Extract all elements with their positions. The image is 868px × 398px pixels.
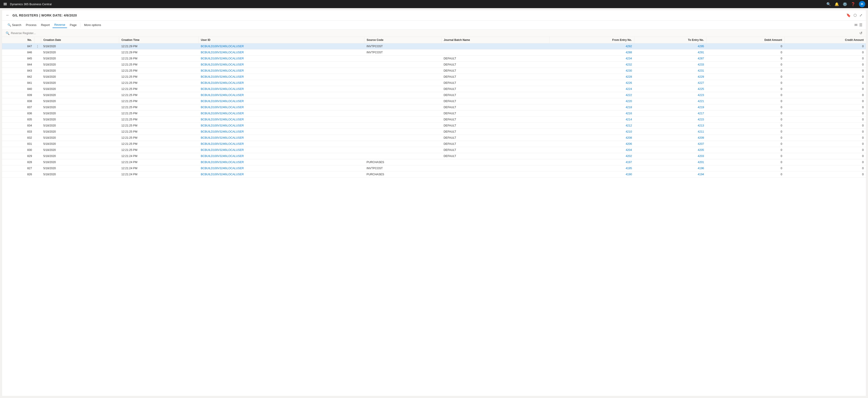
table-row[interactable]: 8295/18/202012:21:24 PMBCBUILD100V3246\L…: [2, 153, 866, 159]
cell-user-id[interactable]: BCBUILD100V3246\LOCALUSER: [198, 159, 364, 165]
to-entry-link[interactable]: 4203: [698, 155, 704, 158]
user-id-link[interactable]: BCBUILD100V3246\LOCALUSER: [201, 69, 244, 72]
to-entry-link[interactable]: 4233: [698, 63, 704, 66]
user-id-link[interactable]: BCBUILD100V3246\LOCALUSER: [201, 161, 244, 164]
from-entry-link[interactable]: 4234: [626, 57, 632, 60]
from-entry-link[interactable]: 4224: [626, 88, 632, 91]
cell-row-menu[interactable]: [34, 92, 41, 98]
filter-icon[interactable]: ✉: [855, 23, 857, 27]
cell-from-entry[interactable]: 4222: [549, 92, 634, 98]
table-row[interactable]: 8355/18/202012:21:25 PMBCBUILD100V3246\L…: [2, 117, 866, 123]
from-entry-link[interactable]: 4204: [626, 148, 632, 152]
cell-row-menu[interactable]: [34, 117, 41, 123]
cell-to-entry[interactable]: 4291: [634, 49, 706, 56]
cell-from-entry[interactable]: 4292: [549, 43, 634, 49]
cell-to-entry[interactable]: 4201: [634, 159, 706, 165]
from-entry-link[interactable]: 4190: [626, 173, 632, 176]
cell-row-menu[interactable]: [34, 135, 41, 141]
col-header-creation-date[interactable]: Creation Date: [41, 37, 119, 43]
user-id-link[interactable]: BCBUILD100V3246\LOCALUSER: [201, 112, 244, 115]
table-row[interactable]: 8265/18/202012:21:24 PMBCBUILD100V3246\L…: [2, 171, 866, 177]
table-row[interactable]: 8335/18/202012:21:25 PMBCBUILD100V3246\L…: [2, 129, 866, 135]
cell-row-menu[interactable]: [34, 129, 41, 135]
table-row[interactable]: 847⋮5/18/202012:21:29 PMBCBUILD100V3246\…: [2, 43, 866, 49]
table-row[interactable]: 8395/18/202012:21:25 PMBCBUILD100V3246\L…: [2, 92, 866, 98]
table-row[interactable]: 8385/18/202012:21:25 PMBCBUILD100V3246\L…: [2, 98, 866, 104]
cell-from-entry[interactable]: 4232: [549, 62, 634, 68]
user-id-link[interactable]: BCBUILD100V3246\LOCALUSER: [201, 130, 244, 133]
cell-from-entry[interactable]: 4190: [549, 171, 634, 177]
cell-row-menu[interactable]: [34, 68, 41, 74]
cell-user-id[interactable]: BCBUILD100V3246\LOCALUSER: [198, 49, 364, 56]
to-entry-link[interactable]: 4287: [698, 57, 704, 60]
cell-row-menu[interactable]: [34, 86, 41, 92]
bookmark-icon[interactable]: 🔖: [846, 13, 851, 18]
to-entry-link[interactable]: 4227: [698, 81, 704, 85]
cell-user-id[interactable]: BCBUILD100V3246\LOCALUSER: [198, 123, 364, 129]
cell-user-id[interactable]: BCBUILD100V3246\LOCALUSER: [198, 129, 364, 135]
user-id-link[interactable]: BCBUILD100V3246\LOCALUSER: [201, 94, 244, 97]
cell-from-entry[interactable]: 4230: [549, 68, 634, 74]
cell-from-entry[interactable]: 4224: [549, 86, 634, 92]
cell-user-id[interactable]: BCBUILD100V3246\LOCALUSER: [198, 135, 364, 141]
cell-user-id[interactable]: BCBUILD100V3246\LOCALUSER: [198, 74, 364, 80]
table-row[interactable]: 8315/18/202012:21:25 PMBCBUILD100V3246\L…: [2, 141, 866, 147]
row-context-menu-button[interactable]: ⋮: [35, 44, 40, 48]
cell-user-id[interactable]: BCBUILD100V3246\LOCALUSER: [198, 56, 364, 62]
cell-user-id[interactable]: BCBUILD100V3246\LOCALUSER: [198, 62, 364, 68]
expand-icon[interactable]: ⤢: [860, 13, 862, 18]
col-header-credit[interactable]: Credit Amount: [784, 37, 866, 43]
col-header-debit[interactable]: Debit Amount: [706, 37, 784, 43]
cell-from-entry[interactable]: 4202: [549, 153, 634, 159]
to-entry-link[interactable]: 4207: [698, 142, 704, 145]
cell-row-menu[interactable]: ⋮: [34, 43, 41, 49]
table-row[interactable]: 8465/18/202012:21:29 PMBCBUILD100V3246\L…: [2, 49, 866, 56]
from-entry-link[interactable]: 4214: [626, 118, 632, 121]
col-header-to-entry[interactable]: To Entry No.: [634, 37, 706, 43]
cell-to-entry[interactable]: 4211: [634, 129, 706, 135]
cell-from-entry[interactable]: 4195: [549, 165, 634, 171]
to-entry-link[interactable]: 4221: [698, 100, 704, 103]
from-entry-link[interactable]: 4226: [626, 81, 632, 85]
user-id-link[interactable]: BCBUILD100V3246\LOCALUSER: [201, 75, 244, 78]
cell-from-entry[interactable]: 4204: [549, 147, 634, 153]
cell-user-id[interactable]: BCBUILD100V3246\LOCALUSER: [198, 43, 364, 49]
user-id-link[interactable]: BCBUILD100V3246\LOCALUSER: [201, 136, 244, 139]
waffle-menu-icon[interactable]: [3, 2, 8, 6]
user-id-link[interactable]: BCBUILD100V3246\LOCALUSER: [201, 124, 244, 127]
col-header-creation-time[interactable]: Creation Time: [119, 37, 198, 43]
open-in-new-icon[interactable]: ⬡: [854, 13, 857, 18]
user-id-link[interactable]: BCBUILD100V3246\LOCALUSER: [201, 142, 244, 145]
from-entry-link[interactable]: 4232: [626, 63, 632, 66]
from-entry-link[interactable]: 4197: [626, 161, 632, 164]
from-entry-link[interactable]: 4212: [626, 124, 632, 127]
user-id-link[interactable]: BCBUILD100V3246\LOCALUSER: [201, 63, 244, 66]
col-header-from-entry[interactable]: From Entry No.: [549, 37, 634, 43]
to-entry-link[interactable]: 4211: [698, 130, 704, 133]
from-entry-link[interactable]: 4210: [626, 130, 632, 133]
cell-user-id[interactable]: BCBUILD100V3246\LOCALUSER: [198, 86, 364, 92]
cell-user-id[interactable]: BCBUILD100V3246\LOCALUSER: [198, 147, 364, 153]
from-entry-link[interactable]: 4216: [626, 112, 632, 115]
to-entry-link[interactable]: 4196: [698, 167, 704, 170]
user-id-link[interactable]: BCBUILD100V3246\LOCALUSER: [201, 148, 244, 152]
user-id-link[interactable]: BCBUILD100V3246\LOCALUSER: [201, 88, 244, 91]
cell-from-entry[interactable]: 4288: [549, 49, 634, 56]
view-toggle-icon[interactable]: ☰: [859, 23, 862, 27]
to-entry-link[interactable]: 4219: [698, 106, 704, 109]
back-button[interactable]: ←: [6, 13, 10, 18]
page-button[interactable]: Page: [68, 22, 79, 28]
cell-row-menu[interactable]: [34, 171, 41, 177]
to-entry-link[interactable]: 4194: [698, 173, 704, 176]
cell-to-entry[interactable]: 4223: [634, 92, 706, 98]
table-row[interactable]: 8365/18/202012:21:25 PMBCBUILD100V3246\L…: [2, 110, 866, 117]
cell-to-entry[interactable]: 4196: [634, 165, 706, 171]
cell-row-menu[interactable]: [34, 62, 41, 68]
from-entry-link[interactable]: 4222: [626, 94, 632, 97]
cell-to-entry[interactable]: 4221: [634, 98, 706, 104]
cell-from-entry[interactable]: 4234: [549, 56, 634, 62]
cell-to-entry[interactable]: 4209: [634, 135, 706, 141]
cell-row-menu[interactable]: [34, 165, 41, 171]
col-header-user-id[interactable]: User ID: [198, 37, 364, 43]
cell-user-id[interactable]: BCBUILD100V3246\LOCALUSER: [198, 117, 364, 123]
